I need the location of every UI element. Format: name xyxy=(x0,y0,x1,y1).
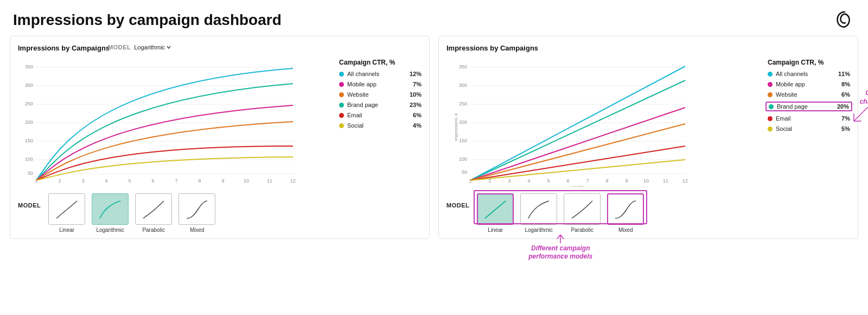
dot-allchannels-right xyxy=(768,72,773,77)
mixed-icon xyxy=(183,198,210,220)
right-model-card-logarithmic[interactable]: Logarithmic xyxy=(520,193,557,233)
left-model-value[interactable]: Logarithmic xyxy=(134,44,171,51)
right-chart: impressions, k 350 300 250 200 150 100 5… xyxy=(446,56,729,187)
svg-text:150: 150 xyxy=(25,138,33,143)
svg-text:50: 50 xyxy=(462,169,467,175)
svg-text:6: 6 xyxy=(151,178,154,184)
svg-text:4: 4 xyxy=(527,178,530,184)
svg-line-62 xyxy=(485,201,506,218)
svg-line-56 xyxy=(470,80,685,180)
svg-text:250: 250 xyxy=(459,101,467,106)
svg-text:100: 100 xyxy=(459,156,467,162)
right-chart-title: Impressions by Campaigns xyxy=(446,44,538,52)
dot-email-left xyxy=(339,113,344,118)
parabolic-icon-right xyxy=(569,198,596,220)
left-model-card-logarithmic[interactable]: Logarithmic xyxy=(92,193,129,233)
parabolic-icon xyxy=(140,198,167,220)
left-model-card-linear[interactable]: Linear xyxy=(48,193,85,233)
svg-text:7: 7 xyxy=(175,178,177,184)
svg-text:150: 150 xyxy=(459,138,467,143)
right-legend: Campaign CTR, % All channels 11% Mobile … xyxy=(763,56,850,136)
left-model-label: MODEL xyxy=(108,44,131,51)
left-chart-title: Impressions by Campaigns xyxy=(18,44,110,52)
right-model-cards: Linear Logarithmic xyxy=(477,193,644,233)
right-model-label-parabolic: Parabolic xyxy=(571,227,593,233)
legend-item-email-right: Email 7% xyxy=(768,115,850,122)
svg-text:11: 11 xyxy=(267,178,272,184)
legend-item-allchannels-left: All channels 12% xyxy=(339,71,422,77)
dot-social-left xyxy=(339,123,344,128)
svg-text:350: 350 xyxy=(459,64,467,70)
left-model-card-mixed[interactable]: Mixed xyxy=(178,193,215,233)
models-arrow-up-icon xyxy=(555,235,566,243)
main-content: Impressions by Campaigns MODEL Logarithm… xyxy=(0,36,868,244)
right-model-section: MODEL Linear xyxy=(446,193,850,233)
svg-text:weeks: weeks xyxy=(570,185,585,187)
linear-icon xyxy=(53,198,80,220)
left-model-card-box-parabolic[interactable] xyxy=(135,193,172,225)
svg-text:350: 350 xyxy=(25,64,33,70)
svg-text:11: 11 xyxy=(663,178,668,184)
svg-text:1: 1 xyxy=(469,178,471,184)
legend-item-brandpage-left: Brand page 23% xyxy=(339,102,422,108)
dot-email-right xyxy=(768,116,773,121)
legend-item-allchannels-right: All channels 11% xyxy=(768,71,850,77)
svg-text:2: 2 xyxy=(58,178,61,184)
svg-text:300: 300 xyxy=(25,83,33,88)
right-model-card-parabolic[interactable]: Parabolic xyxy=(564,193,601,233)
models-annotation: Different campaign performance models xyxy=(501,235,620,261)
left-model-label-mixed: Mixed xyxy=(190,227,205,233)
legend-item-social-left: Social 4% xyxy=(339,122,422,129)
svg-text:200: 200 xyxy=(25,119,33,125)
right-model-label-mixed: Mixed xyxy=(618,227,633,233)
svg-text:3: 3 xyxy=(508,178,510,184)
svg-text:250: 250 xyxy=(25,101,33,106)
mixed-icon-right xyxy=(612,198,639,220)
right-model-card-mixed[interactable]: Mixed xyxy=(607,193,644,233)
left-model-label-logarithmic: Logarithmic xyxy=(96,227,124,233)
right-model-label-linear: Linear xyxy=(488,227,503,233)
legend-item-email-left: Email 6% xyxy=(339,112,422,118)
svg-text:10: 10 xyxy=(643,178,649,184)
logo-icon xyxy=(834,10,855,30)
linear-icon-right xyxy=(482,198,509,220)
logarithmic-icon-right xyxy=(525,198,552,220)
logarithmic-icon xyxy=(97,198,124,220)
left-legend-title: Campaign CTR, % xyxy=(339,59,422,66)
right-model-card-box-mixed[interactable] xyxy=(607,193,644,225)
dot-website-right xyxy=(768,92,773,97)
svg-line-57 xyxy=(470,108,685,180)
right-model-card-box-logarithmic[interactable] xyxy=(520,193,557,225)
svg-text:9: 9 xyxy=(221,178,224,184)
right-model-card-box-parabolic[interactable] xyxy=(564,193,601,225)
legend-item-mobileapp-left: Mobile app 7% xyxy=(339,81,422,87)
svg-text:10: 10 xyxy=(244,178,249,184)
legend-item-website-right: Website 6% xyxy=(768,91,850,98)
dot-website-left xyxy=(339,92,344,97)
right-model-card-box-linear[interactable] xyxy=(477,193,514,225)
page-title: Impressions by campaign dashboard xyxy=(13,11,282,29)
left-legend: Campaign CTR, % All channels 12% Mobile … xyxy=(335,56,422,133)
svg-text:300: 300 xyxy=(459,83,467,88)
left-model-section: MODEL Linear xyxy=(18,193,422,233)
right-model-card-linear[interactable]: Linear xyxy=(477,193,514,233)
legend-item-mobileapp-right: Mobile app 8% xyxy=(768,81,850,87)
svg-text:4: 4 xyxy=(105,178,107,184)
left-model-card-box-mixed[interactable] xyxy=(178,193,215,225)
page-header: Impressions by campaign dashboard xyxy=(0,0,868,36)
svg-text:6: 6 xyxy=(566,178,569,184)
dot-allchannels-left xyxy=(339,72,344,77)
svg-text:9: 9 xyxy=(625,178,628,184)
svg-line-26 xyxy=(56,201,77,218)
svg-text:5: 5 xyxy=(547,178,550,184)
svg-text:5: 5 xyxy=(128,178,131,184)
svg-text:200: 200 xyxy=(459,119,467,125)
left-model-card-box-logarithmic[interactable] xyxy=(92,193,129,225)
left-model-card-parabolic[interactable]: Parabolic xyxy=(135,193,172,233)
models-annotation-text: Different campaign performance models xyxy=(501,244,620,261)
left-model-card-box-linear[interactable] xyxy=(48,193,85,225)
left-chart-area: 350 300 250 200 150 100 50 1 xyxy=(18,56,422,189)
right-panel: Impressions by Campaigns impressions, k … xyxy=(438,36,858,239)
left-model-selector[interactable]: MODEL Logarithmic xyxy=(108,44,171,51)
right-model-section-label: MODEL xyxy=(446,202,469,209)
